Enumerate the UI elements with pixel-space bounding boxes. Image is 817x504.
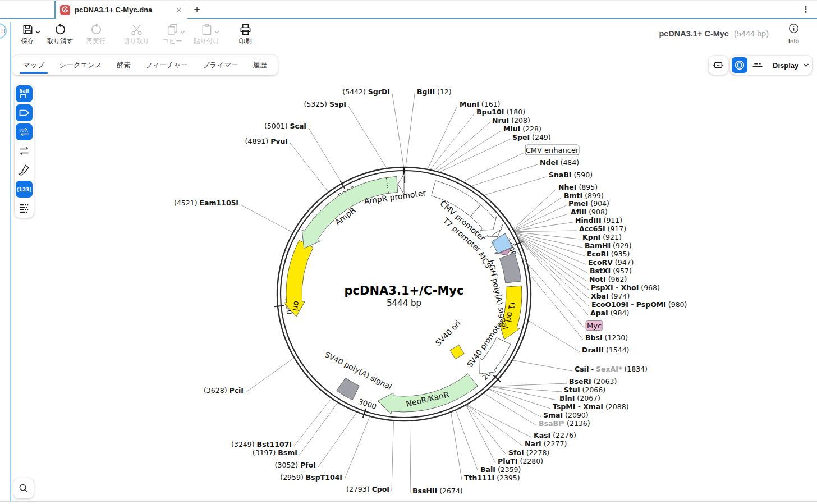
view-tab[interactable]: 酵素 xyxy=(109,55,138,75)
feature-sv40-poly-a-signal[interactable] xyxy=(337,378,360,400)
enzyme-label[interactable]: (3052) PfoI xyxy=(275,461,316,469)
view-tab[interactable]: シークエンス xyxy=(52,55,109,75)
enzyme-label[interactable]: SfoI (2278) xyxy=(508,448,549,457)
enzyme-label[interactable]: SmaI (2090) xyxy=(543,411,589,419)
enzyme-label[interactable]: MluI (228) xyxy=(503,125,541,133)
info-button[interactable]: Info xyxy=(788,23,799,44)
enzyme-label[interactable]: PmeI (904) xyxy=(568,199,609,208)
view-tab[interactable]: フィーチャー xyxy=(138,55,195,75)
enzyme-line xyxy=(410,421,411,493)
enzyme-line xyxy=(518,237,587,281)
enzyme-label[interactable]: BsaBI* (2136) xyxy=(539,419,590,428)
enzyme-label[interactable]: NarI (2277) xyxy=(525,439,567,448)
panel-divider[interactable] xyxy=(10,22,11,501)
sequence-view-button[interactable] xyxy=(709,56,728,75)
redo-icon xyxy=(90,21,103,36)
paste-icon xyxy=(200,21,213,36)
enzyme-line xyxy=(519,239,589,298)
enzyme-label[interactable]: BseRI (2063) xyxy=(569,377,617,386)
enzyme-label[interactable]: BbsI (1230) xyxy=(585,333,628,342)
enzyme-line xyxy=(471,164,538,186)
tool-style-brush[interactable] xyxy=(16,162,33,178)
enzyme-line xyxy=(492,383,567,386)
linear-map-icon xyxy=(751,59,764,71)
enzyme-label[interactable]: NdeI (484) xyxy=(540,158,579,167)
enzyme-label[interactable]: BssHII (2674) xyxy=(412,487,463,495)
linear-map-button[interactable] xyxy=(750,57,765,73)
enzyme-label[interactable]: BamHI (929) xyxy=(585,241,632,250)
enzyme-label[interactable]: KasI (2276) xyxy=(534,431,576,439)
tool-legend[interactable] xyxy=(16,200,33,217)
enzyme-label[interactable]: (3197) BsmI xyxy=(253,448,297,457)
enzyme-label[interactable]: (5001) ScaI xyxy=(264,122,306,130)
circular-map-button[interactable] xyxy=(732,57,747,73)
overflow-menu-icon[interactable]: ⋮ xyxy=(800,3,811,16)
enzyme-label[interactable]: PspXI - XhoI (968) xyxy=(591,283,660,292)
enzyme-label[interactable]: Bpu10I (180) xyxy=(476,108,525,116)
enzyme-line xyxy=(467,405,531,437)
enzyme-label[interactable]: NheI (895) xyxy=(558,183,598,191)
enzyme-label[interactable]: EcoRI (935) xyxy=(587,250,630,258)
legend-icon xyxy=(17,201,31,215)
feature-bgh-poly-a-signal[interactable] xyxy=(500,253,521,283)
tool-features-visibility[interactable] xyxy=(16,104,33,121)
enzyme-line xyxy=(516,234,585,256)
tool-primers-visibility[interactable] xyxy=(16,123,33,140)
enzyme-label[interactable]: (2793) CpoI xyxy=(346,485,389,493)
enzyme-label[interactable]: XbaI (974) xyxy=(591,292,630,300)
enzyme-label[interactable]: SpeI (249) xyxy=(512,133,551,141)
feature-label-sv40-poly-a-signal[interactable]: SV40 poly(A) signal xyxy=(323,350,393,391)
enzyme-label[interactable]: BstXI (957) xyxy=(590,267,632,275)
enzyme-label[interactable]: KpnI (921) xyxy=(582,233,622,241)
enzyme-label[interactable]: (5325) SspI xyxy=(304,100,346,108)
enzyme-label[interactable]: (4521) Eam1105I xyxy=(174,199,238,207)
print-button[interactable]: 印刷 xyxy=(226,21,265,45)
tool-translations-visibility[interactable] xyxy=(16,143,33,159)
feature-label-sv40-ori[interactable]: SV40 ori xyxy=(434,319,463,348)
enzyme-label[interactable]: PluTI (2280) xyxy=(498,457,543,465)
tool-enzyme-visibility[interactable]: SalI xyxy=(16,85,33,102)
enzyme-line xyxy=(517,236,586,264)
close-tab-icon[interactable]: × xyxy=(177,6,181,15)
enzyme-label[interactable]: ApaI (984) xyxy=(590,309,629,317)
enzyme-label[interactable]: TspMI - XmaI (2088) xyxy=(553,402,629,411)
view-tab[interactable]: マップ xyxy=(16,55,52,75)
enzyme-label[interactable]: (5442) SgrDI xyxy=(342,88,390,96)
enzyme-label[interactable]: (2959) BspT104I xyxy=(280,473,342,482)
enzyme-label[interactable]: HindIII (911) xyxy=(575,216,622,224)
display-dropdown[interactable]: Display xyxy=(773,61,798,70)
tick-mark xyxy=(363,409,366,418)
enzyme-label[interactable]: MunI (161) xyxy=(460,100,500,108)
enzyme-label[interactable]: AflII (908) xyxy=(571,208,608,216)
enzyme-label[interactable]: CsiI - SexAI* (1834) xyxy=(575,365,648,373)
enzyme-label[interactable]: NruI (208) xyxy=(492,116,530,125)
view-tab[interactable]: 履歴 xyxy=(246,55,274,75)
enzyme-label[interactable]: Tth111I (2395) xyxy=(464,474,520,482)
enzyme-label[interactable]: (3249) Bst1107I xyxy=(231,440,292,448)
tool-numbering[interactable]: (123) xyxy=(16,181,33,198)
new-tab-button[interactable]: + xyxy=(190,2,204,17)
enzyme-label[interactable]: NotI (962) xyxy=(589,275,627,283)
enzyme-label[interactable]: BmtI (899) xyxy=(564,191,604,200)
view-tab[interactable]: プライマー xyxy=(195,55,246,75)
feature-sv40-ori[interactable] xyxy=(448,343,466,361)
undo-button[interactable]: 取り消す xyxy=(40,21,80,45)
enzyme-line xyxy=(392,94,404,167)
enzyme-label[interactable]: BalI (2359) xyxy=(480,465,521,474)
enzyme-label[interactable]: (4891) PvuI xyxy=(245,137,288,145)
enzyme-label[interactable]: Acc65I (917) xyxy=(579,224,626,233)
enzyme-label[interactable]: StuI (2066) xyxy=(564,386,605,394)
chevron-down-icon xyxy=(180,26,185,36)
feature-label-ori[interactable]: ori xyxy=(291,300,302,311)
plasmid-map[interactable]: 10002000300040005000CMV enhancerMycBglII… xyxy=(0,52,817,504)
enzyme-label[interactable]: BlnI (2067) xyxy=(559,394,600,402)
print-icon xyxy=(239,21,252,36)
enzyme-label[interactable]: DraIII (1544) xyxy=(582,346,629,354)
enzyme-label[interactable]: SnaBI (590) xyxy=(549,171,593,179)
search-button[interactable] xyxy=(13,478,34,498)
enzyme-label[interactable]: BglII (12) xyxy=(417,88,452,96)
enzyme-label[interactable]: EcoO109I - PspOMI (980) xyxy=(591,300,687,309)
enzyme-label[interactable]: EcoRV (947) xyxy=(588,258,634,267)
document-tab[interactable]: pcDNA3.1+ C-Myc.dna × xyxy=(54,1,187,19)
enzyme-label[interactable]: (3628) PciI xyxy=(204,386,244,395)
